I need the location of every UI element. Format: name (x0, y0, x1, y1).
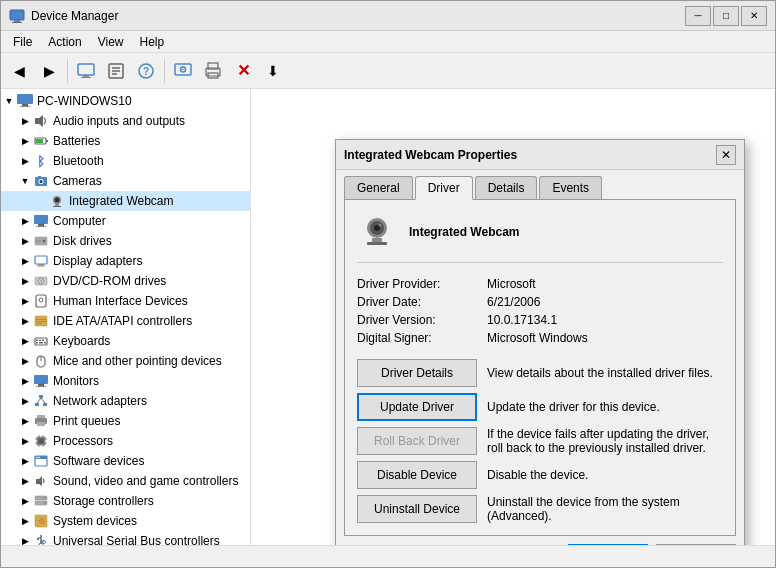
svg-point-104 (379, 224, 382, 227)
driver-properties: Driver Provider: Microsoft Driver Date: … (357, 277, 723, 345)
prop-version-value: 10.0.17134.1 (487, 313, 723, 327)
close-button[interactable]: ✕ (741, 6, 767, 26)
disable-device-desc: Disable the device. (487, 468, 588, 482)
driver-details-row: Driver Details View details about the in… (357, 359, 723, 387)
tab-bar: General Driver Details Events (336, 170, 744, 199)
uninstall-device-button[interactable]: Uninstall Device (357, 495, 477, 523)
dialog-tab-content: Integrated Webcam Driver Provider: Micro… (344, 199, 736, 536)
driver-buttons-section: Driver Details View details about the in… (357, 359, 723, 523)
prop-provider-label: Driver Provider: (357, 277, 487, 291)
toolbar-remove-button[interactable]: ✕ (229, 57, 257, 85)
toolbar-print-button[interactable] (199, 57, 227, 85)
title-bar: Device Manager ─ □ ✕ (1, 1, 775, 31)
dialog-title: Integrated Webcam Properties (344, 148, 716, 162)
toolbar-forward-button[interactable]: ▶ (35, 57, 63, 85)
cancel-button[interactable]: Cancel (656, 544, 736, 545)
prop-date-label: Driver Date: (357, 295, 487, 309)
menu-help[interactable]: Help (132, 33, 173, 51)
dialog-close-button[interactable]: ✕ (716, 145, 736, 165)
prop-signer-label: Digital Signer: (357, 331, 487, 345)
main-window: Device Manager ─ □ ✕ File Action View He… (0, 0, 776, 568)
toolbar-separator-2 (164, 59, 165, 83)
toolbar-separator-1 (67, 59, 68, 83)
device-info-section: Integrated Webcam (357, 212, 723, 263)
svg-point-14 (182, 68, 184, 70)
svg-rect-3 (78, 64, 94, 75)
disable-device-row: Disable Device Disable the device. (357, 461, 723, 489)
window-controls: ─ □ ✕ (685, 6, 767, 26)
menu-file[interactable]: File (5, 33, 40, 51)
tab-events[interactable]: Events (539, 176, 602, 199)
maximize-button[interactable]: □ (713, 6, 739, 26)
svg-rect-0 (10, 10, 24, 20)
dialog-overlay: Integrated Webcam Properties ✕ General D… (1, 89, 775, 545)
tab-details[interactable]: Details (475, 176, 538, 199)
svg-rect-105 (372, 238, 382, 242)
toolbar-update-button[interactable]: ⬇ (259, 57, 287, 85)
ok-button[interactable]: OK (568, 544, 648, 545)
toolbar-help-button[interactable]: ? (132, 57, 160, 85)
dialog-footer: OK Cancel (336, 544, 744, 545)
prop-date-value: 6/21/2006 (487, 295, 723, 309)
driver-details-button[interactable]: Driver Details (357, 359, 477, 387)
driver-details-desc: View details about the installed driver … (487, 366, 713, 380)
tab-general[interactable]: General (344, 176, 413, 199)
prop-signer-value: Microsoft Windows (487, 331, 723, 345)
uninstall-device-row: Uninstall Device Uninstall the device fr… (357, 495, 723, 523)
rollback-driver-button[interactable]: Roll Back Driver (357, 427, 477, 455)
update-driver-row: Update Driver Update the driver for this… (357, 393, 723, 421)
window-title: Device Manager (31, 9, 685, 23)
status-bar (1, 545, 775, 567)
svg-text:?: ? (143, 66, 149, 77)
toolbar-back-button[interactable]: ◀ (5, 57, 33, 85)
update-driver-desc: Update the driver for this device. (487, 400, 660, 414)
toolbar-scan-button[interactable] (169, 57, 197, 85)
disable-device-button[interactable]: Disable Device (357, 461, 477, 489)
rollback-driver-row: Roll Back Driver If the device fails aft… (357, 427, 723, 455)
prop-provider-value: Microsoft (487, 277, 723, 291)
device-name-label: Integrated Webcam (409, 225, 519, 239)
toolbar-properties-button[interactable] (102, 57, 130, 85)
toolbar-computer-button[interactable] (72, 57, 100, 85)
menu-bar: File Action View Help (1, 31, 775, 53)
toolbar: ◀ ▶ ? (1, 53, 775, 89)
svg-rect-2 (12, 22, 22, 23)
app-icon (9, 8, 25, 24)
svg-rect-1 (14, 20, 20, 22)
uninstall-device-desc: Uninstall the device from the system (Ad… (487, 495, 723, 523)
device-icon (357, 212, 397, 252)
svg-rect-4 (83, 75, 89, 77)
menu-view[interactable]: View (90, 33, 132, 51)
content-area: ▼ PC-WINDOWS10 ▶ (1, 89, 775, 545)
svg-rect-5 (81, 77, 91, 78)
svg-rect-106 (367, 242, 387, 245)
menu-action[interactable]: Action (40, 33, 89, 51)
minimize-button[interactable]: ─ (685, 6, 711, 26)
dialog-title-bar: Integrated Webcam Properties ✕ (336, 140, 744, 170)
update-driver-button[interactable]: Update Driver (357, 393, 477, 421)
prop-version-label: Driver Version: (357, 313, 487, 327)
rollback-driver-desc: If the device fails after updating the d… (487, 427, 723, 455)
tab-driver[interactable]: Driver (415, 176, 473, 200)
properties-dialog: Integrated Webcam Properties ✕ General D… (335, 139, 745, 545)
